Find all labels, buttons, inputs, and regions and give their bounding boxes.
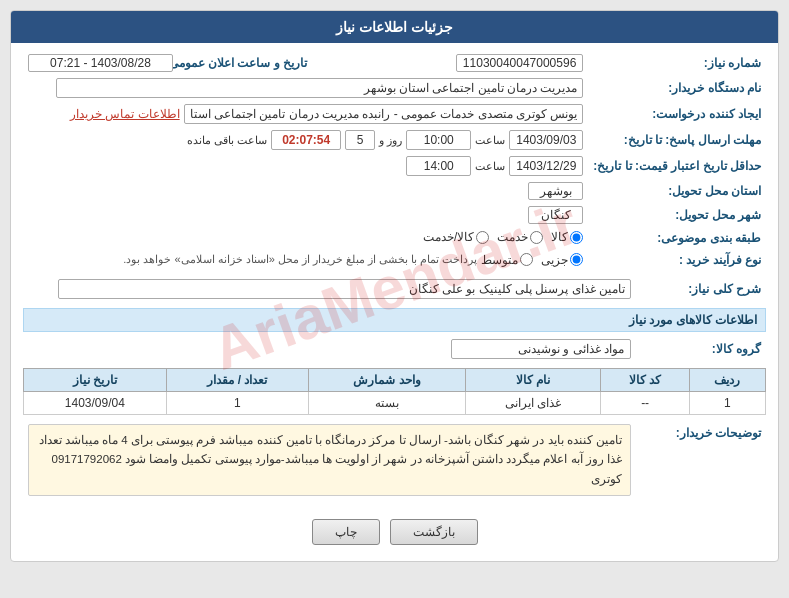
radio-motovaset-label: متوسط — [481, 253, 518, 267]
radio-motovaset[interactable]: متوسط — [481, 253, 533, 267]
sharh-table: شرح کلی نیاز: تامین غذای پرسنل پلی کلینی… — [23, 276, 766, 302]
row-tozi: توضیحات خریدار: تامین کننده باید در شهر … — [23, 421, 766, 506]
saat-label2: ساعت — [475, 160, 505, 173]
gorohe-value: مواد غذائی و نوشیدنی — [451, 339, 631, 359]
kalaha-section-title: اطلاعات کالاهای مورد نیاز — [23, 308, 766, 332]
mohlat-baqi: 02:07:54 — [271, 130, 341, 150]
row-jadaval: حداقل تاریخ اعتبار قیمت: تا تاریخ: 1403/… — [23, 153, 766, 179]
goods-table-header: ردیف کد کالا نام کالا واحد شمارش تعداد /… — [24, 368, 766, 391]
row-shomara: شماره نیاز: 11030040047000596 تاریخ و سا… — [23, 51, 766, 75]
col-kod: کد کالا — [601, 368, 690, 391]
tozi-value: تامین کننده باید در شهر کنگان باشد- ارسا… — [28, 424, 631, 497]
noe-label: نوع فرآیند خرید : — [588, 250, 766, 270]
ijad-value: یونس کوتری متصدی خدمات عمومی - رانبده مد… — [184, 104, 584, 124]
footer-buttons: بازگشت چاپ — [23, 511, 766, 553]
page-title: جزئیات اطلاعات نیاز — [336, 19, 453, 35]
jadaval-date: 1403/12/29 — [509, 156, 583, 176]
info-table: شماره نیاز: 11030040047000596 تاریخ و سا… — [23, 51, 766, 270]
mohlat-label: مهلت ارسال پاسخ: تا تاریخ: — [588, 127, 766, 153]
tamas-kharidaar-link[interactable]: اطلاعات تماس خریدار — [70, 107, 180, 121]
col-tarikh: تاریخ نیاز — [24, 368, 167, 391]
goods-table: ردیف کد کالا نام کالا واحد شمارش تعداد /… — [23, 368, 766, 415]
mohlat-roz: 5 — [345, 130, 375, 150]
shomara-value: 11030040047000596 — [456, 54, 583, 72]
tarikh-elan-value: 1403/08/28 - 07:21 — [28, 54, 173, 72]
tozi-table: توضیحات خریدار: تامین کننده باید در شهر … — [23, 421, 766, 506]
row-noe: نوع فرآیند خرید : جزیی متوسط — [23, 250, 766, 270]
sharh-value: تامین غذای پرسنل پلی کلینیک بو علی کنگان — [409, 282, 625, 296]
radio-kala-khadamat[interactable]: کالا/خدمت — [423, 230, 489, 244]
jadaval-saat: 14:00 — [406, 156, 471, 176]
col-tedad: تعداد / مقدار — [166, 368, 309, 391]
radio-khadamat-label: خدمت — [497, 230, 528, 244]
row-mohlat: مهلت ارسال پاسخ: تا تاریخ: 1403/09/03 سا… — [23, 127, 766, 153]
back-button[interactable]: بازگشت — [390, 519, 478, 545]
col-radif: ردیف — [689, 368, 765, 391]
dastgah-label: نام دستگاه خریدار: — [588, 75, 766, 101]
gorohe-label: گروه کالا: — [636, 336, 766, 362]
main-card: AriaMendar.ir جزئیات اطلاعات نیاز شماره … — [10, 10, 779, 562]
radio-jozii-label: جزیی — [541, 253, 568, 267]
baqi-label: ساعت باقی مانده — [187, 134, 267, 147]
radio-kala[interactable]: کالا — [551, 230, 583, 244]
row-tabaghe: طبقه بندی موضوعی: کالا خدمت — [23, 227, 766, 250]
roz-label: روز و — [379, 134, 402, 147]
table-row: 1--غذای ایرانیبسته11403/09/04 — [24, 391, 766, 414]
gorohe-table: گروه کالا: مواد غذائی و نوشیدنی — [23, 336, 766, 362]
sharh-label: شرح کلی نیاز: — [636, 276, 766, 302]
radio-khadamat[interactable]: خدمت — [497, 230, 543, 244]
tabaghe-radio-group: کالا خدمت کالا/خدمت — [423, 230, 583, 244]
saat-label: ساعت — [475, 134, 505, 147]
mohlat-saat: 10:00 — [406, 130, 471, 150]
row-ostan: استان محل تحویل: بوشهر — [23, 179, 766, 203]
radio-kala-khadamat-label: کالا/خدمت — [423, 230, 474, 244]
col-name: نام کالا — [466, 368, 601, 391]
radio-jozii[interactable]: جزیی — [541, 253, 583, 267]
shahr-label: شهر محل تحویل: — [588, 203, 766, 227]
tozi-label: توضیحات خریدار: — [636, 421, 766, 506]
shahr-value: کنگان — [528, 206, 583, 224]
row-sharh: شرح کلی نیاز: تامین غذای پرسنل پلی کلینی… — [23, 276, 766, 302]
col-vahed: واحد شمارش — [309, 368, 466, 391]
tabaghe-label: طبقه بندی موضوعی: — [588, 227, 766, 250]
tarikh-elan-label: تاریخ و ساعت اعلان عمومی: — [177, 56, 307, 70]
ostan-label: استان محل تحویل: — [588, 179, 766, 203]
print-button[interactable]: چاپ — [312, 519, 380, 545]
card-body: شماره نیاز: 11030040047000596 تاریخ و سا… — [11, 43, 778, 561]
row-ijad: ایجاد کننده درخواست: یونس کوتری متصدی خد… — [23, 101, 766, 127]
ostan-value: بوشهر — [528, 182, 583, 200]
noe-description: پرداخت تمام با بخشی از مبلغ خریدار از مح… — [123, 253, 477, 266]
mohlat-date: 1403/09/03 — [509, 130, 583, 150]
row-gorohe: گروه کالا: مواد غذائی و نوشیدنی — [23, 336, 766, 362]
row-dastgah: نام دستگاه خریدار: مدیریت درمان تامین اج… — [23, 75, 766, 101]
shomara-label: شماره نیاز: — [588, 51, 766, 75]
noe-radio-group: جزیی متوسط — [481, 253, 583, 267]
card-header: جزئیات اطلاعات نیاز — [11, 11, 778, 43]
radio-kala-label: کالا — [551, 230, 568, 244]
header-row: ردیف کد کالا نام کالا واحد شمارش تعداد /… — [24, 368, 766, 391]
row-shahr: شهر محل تحویل: کنگان — [23, 203, 766, 227]
dastgah-value: مدیریت درمان تامین اجتماعی استان بوشهر — [364, 81, 578, 95]
ijad-label: ایجاد کننده درخواست: — [588, 101, 766, 127]
goods-table-body: 1--غذای ایرانیبسته11403/09/04 — [24, 391, 766, 414]
jadaval-label: حداقل تاریخ اعتبار قیمت: تا تاریخ: — [588, 153, 766, 179]
